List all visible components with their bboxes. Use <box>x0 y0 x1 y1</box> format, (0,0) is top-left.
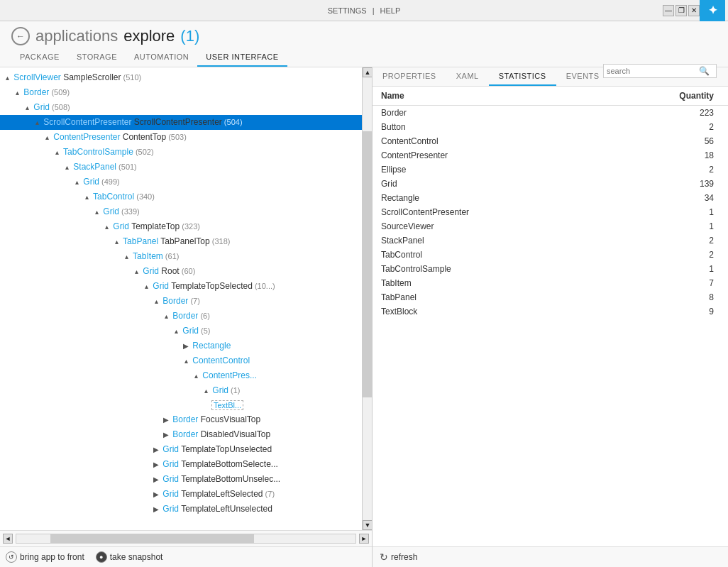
tree-node[interactable]: TextBl... <box>0 398 362 412</box>
table-row[interactable]: TabControlSample 1 <box>373 262 728 276</box>
table-row[interactable]: Button 2 <box>373 120 728 134</box>
tree-node[interactable]: ▴ Grid TemplateTopSelected (10...) <box>0 279 362 294</box>
node-expander[interactable]: ▴ <box>162 310 170 323</box>
bring-to-front-button[interactable]: ↺ bring app to front <box>6 551 84 563</box>
tree-node[interactable]: ▴ TabControl (340) <box>0 189 362 204</box>
tab-events[interactable]: EVENTS <box>556 67 610 86</box>
node-expander[interactable]: ▴ <box>23 101 31 114</box>
tab-statistics[interactable]: STATISTICS <box>489 67 556 86</box>
table-row[interactable]: Ellipse 2 <box>373 163 728 177</box>
table-row[interactable]: Rectangle 34 <box>373 191 728 205</box>
table-row[interactable]: TextBlock 9 <box>373 304 728 319</box>
node-expander[interactable]: ▴ <box>142 280 150 293</box>
tree-node[interactable]: ▴ ScrollContentPresenter ScrollContentPr… <box>0 115 362 130</box>
table-row[interactable]: Grid 139 <box>373 177 728 191</box>
node-expander[interactable]: ▴ <box>13 87 21 99</box>
restore-button[interactable]: ❐ <box>675 5 687 16</box>
table-row[interactable]: Border 223 <box>373 106 728 121</box>
node-expander[interactable]: ▴ <box>172 325 180 338</box>
node-expander[interactable]: ▴ <box>152 295 160 308</box>
tree-node[interactable]: ▶ Rectangle <box>0 338 362 353</box>
node-expander[interactable]: ▴ <box>192 370 200 382</box>
node-expander[interactable]: ▴ <box>82 191 91 204</box>
table-row[interactable]: ScrollContentPresenter 1 <box>373 205 728 219</box>
tree-node[interactable]: ▴ TabPanel TabPanelTop (318) <box>0 234 362 249</box>
tree-node[interactable]: ▴ TabItem (61) <box>0 249 362 264</box>
node-expander[interactable]: ▶ <box>162 429 170 441</box>
node-expander[interactable]: ▶ <box>152 458 160 471</box>
tree-node[interactable]: ▴ Grid (508) <box>0 100 362 115</box>
node-expander[interactable]: ▴ <box>202 385 210 397</box>
tree-node[interactable]: ▴ Grid (499) <box>0 175 362 189</box>
hscroll-left-button[interactable]: ◄ <box>3 534 13 544</box>
table-row[interactable]: StackPanel 2 <box>373 233 728 248</box>
node-expander[interactable]: ▶ <box>162 414 170 426</box>
minimize-button[interactable]: — <box>663 5 674 16</box>
table-row[interactable]: TabItem 7 <box>373 276 728 290</box>
table-row[interactable]: ContentPresenter 18 <box>373 148 728 163</box>
node-expander[interactable]: ▴ <box>43 131 51 144</box>
tree-node[interactable]: ▴ Border (6) <box>0 309 362 324</box>
tree-node[interactable]: ▶ Grid TemplateLeftUnselected <box>0 502 362 517</box>
tree-node[interactable]: ▴ TabControlSample (502) <box>0 145 362 160</box>
scroll-thumb[interactable] <box>363 131 372 397</box>
tree-node[interactable]: ▴ Grid TemplateTop (323) <box>0 219 362 234</box>
nav-tab-user-interface[interactable]: USER INTERFACE <box>197 50 287 67</box>
back-button[interactable]: ← <box>11 27 30 45</box>
tree-node[interactable]: ▴ Grid (5) <box>0 324 362 338</box>
node-expander[interactable]: ▴ <box>3 72 11 84</box>
node-expander[interactable]: ▴ <box>72 176 81 189</box>
node-expander[interactable]: ▶ <box>152 488 160 501</box>
table-row[interactable]: ContentControl 56 <box>373 134 728 148</box>
tree-node[interactable]: ▴ Border (509) <box>0 85 362 100</box>
nav-tab-package[interactable]: PACKAGE <box>11 50 68 67</box>
hscroll-right-button[interactable]: ► <box>359 534 369 544</box>
scroll-up-button[interactable]: ▲ <box>363 67 372 77</box>
tree-node[interactable]: ▶ Grid TemplateTopUnselected <box>0 442 362 457</box>
tree-node[interactable]: ▶ Border FocusVisualTop <box>0 412 362 427</box>
tree-node[interactable]: ▴ Grid (339) <box>0 204 362 219</box>
table-row[interactable]: SourceViewer 1 <box>373 219 728 233</box>
tree-node[interactable]: ▴ Border (7) <box>0 294 362 309</box>
search-icon[interactable]: 🔍 <box>699 66 710 76</box>
take-snapshot-button[interactable]: ● take snapshot <box>96 551 163 563</box>
tab-properties[interactable]: PROPERTIES <box>373 67 446 86</box>
node-expander[interactable]: ▶ <box>152 473 160 486</box>
node-expander[interactable]: ▴ <box>132 265 140 278</box>
search-input[interactable] <box>607 67 699 75</box>
tree-area[interactable]: ▴ ScrollViewer SampleScroller (510)▴ Bor… <box>0 67 362 519</box>
logo-button[interactable]: ✦ <box>700 0 725 21</box>
tree-node[interactable]: ▶ Grid TemplateBottomUnselec... <box>0 472 362 487</box>
tab-xaml[interactable]: XAML <box>446 67 489 86</box>
tree-node[interactable]: ▴ Grid (1) <box>0 383 362 398</box>
tree-node[interactable]: ▶ Grid TemplateLeftSelected (7) <box>0 487 362 502</box>
tree-node[interactable]: ▴ StackPanel (501) <box>0 160 362 175</box>
node-expander[interactable]: ▶ <box>152 503 160 516</box>
vertical-scrollbar[interactable]: ▲ ▼ <box>362 67 372 530</box>
tree-node[interactable]: ▴ ContentControl <box>0 353 362 368</box>
node-expander[interactable]: ▴ <box>182 355 190 368</box>
node-expander[interactable]: ▶ <box>182 340 190 353</box>
close-button[interactable]: ✕ <box>688 5 700 16</box>
node-expander[interactable]: ▶ <box>152 444 160 456</box>
nav-tab-storage[interactable]: STORAGE <box>68 50 126 67</box>
refresh-button[interactable]: ↻ refresh <box>380 551 417 563</box>
node-expander[interactable]: ▴ <box>102 221 111 233</box>
settings-link[interactable]: SETTINGS <box>328 6 367 15</box>
tree-node[interactable]: ▴ Grid Root (60) <box>0 264 362 279</box>
tree-node[interactable]: ▴ ContentPresenter ContentTop (503) <box>0 130 362 145</box>
tree-node[interactable]: ▶ Grid TemplateBottomSelecte... <box>0 457 362 472</box>
table-row[interactable]: TabPanel 8 <box>373 290 728 304</box>
hscroll-thumb[interactable] <box>50 534 254 543</box>
help-link[interactable]: HELP <box>380 6 401 15</box>
table-row[interactable]: TabControl 2 <box>373 248 728 262</box>
node-expander[interactable]: ▴ <box>122 251 131 263</box>
node-expander[interactable]: ▴ <box>33 116 41 129</box>
node-expander[interactable]: ▴ <box>112 236 121 248</box>
tree-node[interactable]: ▴ ContentPres... <box>0 368 362 383</box>
tree-node[interactable]: ▶ Border DisabledVisualTop <box>0 427 362 442</box>
node-expander[interactable]: ▴ <box>53 146 61 159</box>
nav-tab-automation[interactable]: AUTOMATION <box>126 50 197 67</box>
node-expander[interactable]: ▴ <box>62 161 71 174</box>
node-expander[interactable]: ▴ <box>92 206 101 219</box>
